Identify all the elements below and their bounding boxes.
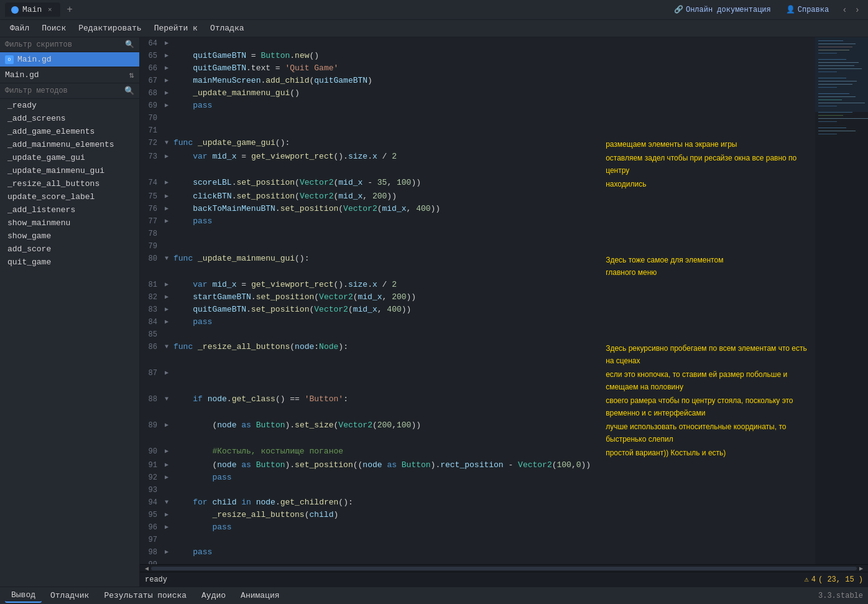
fold-arrow[interactable]: ▶ [162, 177, 171, 190]
nav-forward-button[interactable]: › [852, 4, 863, 16]
script-filter-input[interactable] [5, 40, 125, 49]
fold-arrow[interactable]: ▶ [162, 215, 171, 228]
table-row: 91 ▶ (node as Button).set_position((node… [140, 459, 815, 472]
methods-header: Main.gd ⇅ [0, 67, 139, 83]
fold-arrow[interactable]: ▶ [162, 37, 171, 50]
fold-arrow[interactable]: ▶ [162, 509, 171, 521]
line-code: quitGameBTN.set_position(Vector2(mid_x, … [171, 304, 593, 316]
method-add-screens[interactable]: _add_screens [0, 112, 139, 125]
table-row: 75 ▶ clickBTN.set_position(Vector2(mid_x… [140, 190, 815, 203]
fold-arrow[interactable]: ▶ [162, 316, 171, 328]
nav-back-button[interactable]: ‹ [839, 4, 850, 16]
method-quit-game[interactable]: quit_game [0, 256, 139, 269]
fold-arrow[interactable]: ▶ [162, 151, 171, 177]
menu-edit[interactable]: Редактировать [73, 22, 146, 35]
method-add-game-elements[interactable]: _add_game_elements [0, 125, 139, 138]
tab-search-results[interactable]: Результаты поиска [98, 589, 193, 602]
line-number: 99 [140, 559, 162, 564]
line-number: 95 [140, 509, 162, 521]
line-code: pass [171, 316, 593, 328]
fold-arrow[interactable]: ▶ [162, 459, 171, 472]
fold-arrow[interactable]: ▶ [162, 419, 171, 445]
main-area: 🔍 O Main.gd Main.gd ⇅ 🔍 _ready _add_scre… [0, 37, 868, 587]
scroll-right-arrow[interactable]: ▶ [857, 565, 866, 572]
fold-arrow[interactable]: ▶ [162, 50, 171, 62]
main-tab[interactable]: Main × [5, 2, 60, 17]
table-row: 90 ▶ #Костыль, костылище поганое простой… [140, 445, 815, 459]
fold-arrow[interactable]: ▶ [162, 62, 171, 75]
tab-debugger[interactable]: Отладчик [44, 589, 95, 602]
code-scroll[interactable]: 64 ▶ 65 ▶ quitGameBTN = Button.new() [140, 37, 815, 564]
fold-arrow[interactable]: ▶ [162, 190, 171, 203]
menu-search[interactable]: Поиск [37, 22, 71, 35]
line-code: var mid_x = get_viewport_rect().size.x /… [171, 279, 593, 291]
method-update-mainmenu-gui[interactable]: _update_mainmenu_gui [0, 164, 139, 177]
file-item-main-gd[interactable]: O Main.gd [0, 52, 139, 67]
line-code: startGameBTN.set_position(Vector2(mid_x,… [171, 291, 593, 304]
line-number: 85 [140, 328, 162, 341]
table-row: 69 ▶ pass [140, 100, 815, 112]
tab-animation[interactable]: Анимация [234, 589, 285, 602]
file-icon: O [5, 55, 14, 64]
fold-arrow[interactable]: ▼ [162, 393, 171, 419]
fold-arrow[interactable]: ▼ [162, 496, 171, 509]
methods-sort-icon[interactable]: ⇅ [129, 70, 134, 80]
method-show-mainmenu[interactable]: show_mainmenu [0, 216, 139, 230]
fold-arrow[interactable]: ▶ [162, 304, 171, 316]
fold-arrow[interactable]: ▶ [162, 75, 171, 87]
add-tab-button[interactable]: + [63, 3, 76, 17]
minimap[interactable] [815, 37, 868, 564]
code-table: 64 ▶ 65 ▶ quitGameBTN = Button.new() [140, 37, 815, 564]
menu-goto[interactable]: Перейти к [149, 22, 203, 35]
svg-rect-22 [818, 118, 868, 119]
method-add-mainmenu-elements[interactable]: _add_mainmenu_elements [0, 138, 139, 151]
table-row: 77 ▶ pass [140, 215, 815, 228]
table-row: 93 [140, 484, 815, 496]
table-row: 80 ▼ func _update_mainmenu_gui(): Здесь … [140, 253, 815, 279]
fold-arrow[interactable]: ▶ [162, 445, 171, 459]
method-update-score-label[interactable]: update_score_label [0, 190, 139, 203]
fold-arrow[interactable]: ▶ [162, 203, 171, 215]
line-code: pass [171, 546, 593, 559]
fold-arrow[interactable]: ▶ [162, 472, 171, 484]
fold-arrow[interactable]: ▶ [162, 367, 171, 393]
menu-file[interactable]: Файл [5, 22, 34, 35]
method-resize-all-buttons[interactable]: _resize_all_buttons [0, 177, 139, 190]
table-row: 94 ▼ for child in node.get_children(): [140, 496, 815, 509]
method-search-icon[interactable]: 🔍 [124, 86, 134, 96]
method-update-game-gui[interactable]: _update_game_gui [0, 151, 139, 164]
tab-close-button[interactable]: × [45, 6, 54, 14]
method-ready[interactable]: _ready [0, 99, 139, 112]
fold-arrow[interactable]: ▼ [162, 341, 171, 367]
method-add-score[interactable]: add_score [0, 243, 139, 256]
fold-arrow[interactable]: ▶ [162, 100, 171, 112]
method-filter-input[interactable] [5, 86, 124, 95]
svg-rect-27 [815, 37, 868, 112]
fold-arrow[interactable]: ▶ [162, 291, 171, 304]
online-docs-button[interactable]: 🔗 Онлайн документация [669, 3, 776, 16]
fold-arrow[interactable]: ▶ [162, 521, 171, 534]
fold-arrow[interactable]: ▶ [162, 87, 171, 100]
tab-label: Main [22, 5, 42, 14]
tab-output[interactable]: Вывод [5, 588, 42, 603]
method-show-game[interactable]: show_game [0, 230, 139, 243]
fold-arrow[interactable]: ▶ [162, 546, 171, 559]
menu-debug[interactable]: Отладка [205, 22, 249, 35]
scroll-track[interactable] [151, 567, 857, 570]
svg-rect-20 [818, 112, 852, 113]
help-button[interactable]: 👤 Справка [781, 3, 834, 16]
horizontal-scrollbar[interactable]: ◀ ▶ [140, 564, 868, 572]
warning-indicator[interactable]: ⚠ 4 ( 23, 15 ) [805, 575, 863, 584]
fold-arrow [162, 240, 171, 253]
script-search-icon[interactable]: 🔍 [125, 40, 134, 49]
scroll-left-arrow[interactable]: ◀ [142, 565, 151, 572]
fold-arrow[interactable]: ▼ [162, 137, 171, 151]
fold-arrow [162, 112, 171, 124]
line-code: pass [171, 100, 593, 112]
fold-arrow[interactable]: ▶ [162, 279, 171, 291]
method-add-listeners[interactable]: _add_listeners [0, 203, 139, 216]
fold-arrow[interactable]: ▼ [162, 253, 171, 279]
fold-arrow [162, 534, 171, 546]
svg-rect-26 [818, 134, 837, 134]
tab-audio[interactable]: Аудио [195, 589, 232, 602]
